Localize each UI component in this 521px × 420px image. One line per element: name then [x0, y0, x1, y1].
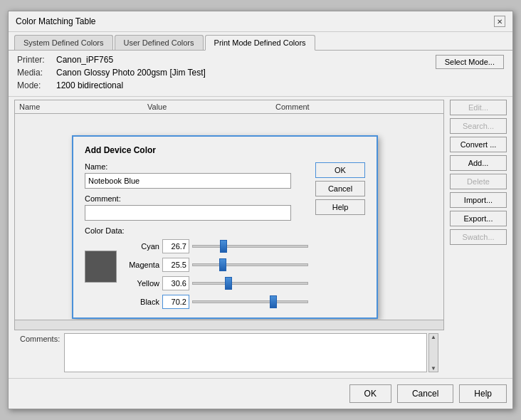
- color-table: Name Value Comment Add Device Color Name…: [14, 100, 444, 330]
- horizontal-scrollbar[interactable]: [15, 320, 443, 330]
- header-value: Value: [147, 103, 275, 111]
- name-label: Name:: [85, 162, 308, 171]
- magenta-slider-row: Magenta: [122, 258, 308, 272]
- side-buttons: Edit... Search... Convert ... Add... Del…: [450, 100, 507, 375]
- header-name: Name: [19, 103, 147, 111]
- help-button[interactable]: Help: [459, 384, 507, 403]
- dialog-help-button[interactable]: Help: [315, 199, 365, 215]
- comments-label: Comments:: [20, 335, 60, 343]
- ok-button[interactable]: OK: [349, 384, 391, 403]
- dialog-cancel-button[interactable]: Cancel: [315, 181, 365, 196]
- close-button[interactable]: ✕: [494, 16, 505, 27]
- edit-button[interactable]: Edit...: [450, 100, 507, 115]
- comment-input[interactable]: [85, 205, 291, 221]
- magenta-value[interactable]: [162, 258, 189, 272]
- cyan-track[interactable]: [192, 245, 308, 248]
- magenta-label: Magenta: [122, 261, 159, 269]
- yellow-slider-row: Yellow: [122, 276, 308, 290]
- tab-bar: System Defined Colors User Defined Color…: [9, 32, 512, 51]
- media-label: Media:: [17, 68, 56, 78]
- main-content: Name Value Comment Add Device Color Name…: [9, 97, 512, 378]
- dialog-overlay: Add Device Color Name: Comment:: [15, 114, 443, 320]
- dialog-buttons: OK Cancel Help: [315, 162, 365, 215]
- comments-input[interactable]: [64, 333, 427, 372]
- cancel-button[interactable]: Cancel: [397, 384, 453, 403]
- export-button[interactable]: Export...: [450, 211, 507, 226]
- cyan-thumb[interactable]: [220, 240, 227, 253]
- table-body: Add Device Color Name: Comment:: [15, 114, 443, 320]
- comment-label: Comment:: [85, 194, 308, 203]
- bottom-buttons: OK Cancel Help: [9, 378, 512, 409]
- cyan-value[interactable]: [162, 239, 189, 253]
- table-header: Name Value Comment: [15, 100, 443, 114]
- mode-label: Mode:: [17, 80, 56, 90]
- black-label: Black: [122, 298, 159, 306]
- sliders-area: Cyan: [122, 239, 308, 309]
- media-value: Canon Glossy Photo 200gsm [Jim Test]: [56, 68, 206, 78]
- black-track[interactable]: [192, 300, 308, 303]
- printer-row: Printer: Canon_iPF765: [17, 55, 206, 65]
- black-slider-row: Black: [122, 295, 308, 309]
- mode-row: Mode: 1200 bidirectional: [17, 80, 206, 90]
- scroll-down[interactable]: ▼: [429, 365, 438, 372]
- select-mode-button[interactable]: Select Mode...: [436, 55, 504, 69]
- convert-button[interactable]: Convert ...: [450, 137, 507, 152]
- add-button[interactable]: Add...: [450, 155, 507, 171]
- dialog-fields: Name: Comment: Color Da: [85, 162, 308, 309]
- dialog-ok-button[interactable]: OK: [315, 162, 365, 178]
- mode-value: 1200 bidirectional: [56, 80, 123, 90]
- tab-print-mode-defined[interactable]: Print Mode Defined Colors: [205, 35, 315, 51]
- printer-value: Canon_iPF765: [56, 55, 113, 65]
- comments-scrollbar[interactable]: ▲ ▼: [428, 333, 438, 372]
- yellow-label: Yellow: [122, 279, 159, 288]
- yellow-track[interactable]: [192, 282, 308, 285]
- black-thumb[interactable]: [270, 295, 277, 308]
- cyan-slider-row: Cyan: [122, 239, 308, 253]
- dialog-title: Add Device Color: [85, 145, 365, 155]
- black-value[interactable]: [162, 295, 189, 309]
- yellow-value[interactable]: [162, 276, 189, 290]
- swatch-button[interactable]: Swatch...: [450, 229, 507, 245]
- cyan-label: Cyan: [122, 242, 159, 251]
- title-bar: Color Matching Table ✕: [9, 11, 512, 32]
- name-field: Name:: [85, 162, 308, 189]
- tab-user-defined[interactable]: User Defined Colors: [115, 35, 204, 50]
- info-section: Printer: Canon_iPF765 Media: Canon Gloss…: [9, 51, 512, 97]
- add-device-color-dialog: Add Device Color Name: Comment:: [72, 135, 378, 319]
- tab-system-defined[interactable]: System Defined Colors: [14, 35, 113, 50]
- header-comment: Comment: [275, 103, 439, 111]
- magenta-thumb[interactable]: [219, 258, 226, 271]
- delete-button[interactable]: Delete: [450, 174, 507, 189]
- import-button[interactable]: Import...: [450, 192, 507, 208]
- search-button[interactable]: Search...: [450, 118, 507, 134]
- color-data-label: Color Data:: [85, 226, 308, 235]
- magenta-track[interactable]: [192, 263, 308, 266]
- window-title: Color Matching Table: [16, 16, 96, 26]
- yellow-thumb[interactable]: [225, 277, 232, 290]
- comment-field: Comment:: [85, 194, 308, 221]
- dialog-row: Name: Comment: Color Da: [85, 162, 365, 309]
- info-fields: Printer: Canon_iPF765 Media: Canon Gloss…: [17, 55, 206, 92]
- color-swatch: [85, 251, 117, 283]
- main-window: Color Matching Table ✕ System Defined Co…: [8, 11, 513, 409]
- color-data-section: Color Data: Cyan: [85, 226, 308, 309]
- name-input[interactable]: [85, 173, 291, 189]
- printer-label: Printer:: [17, 55, 56, 65]
- media-row: Media: Canon Glossy Photo 200gsm [Jim Te…: [17, 68, 206, 78]
- scroll-up[interactable]: ▲: [429, 334, 438, 340]
- comments-section: Comments: ▲ ▼: [14, 330, 444, 375]
